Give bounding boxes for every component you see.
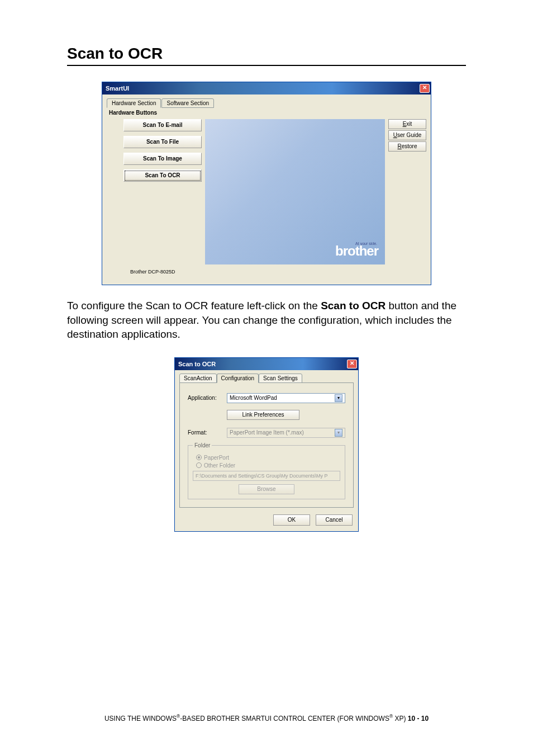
user-guide-button[interactable]: User Guide [388,130,426,140]
radio-icon [196,455,202,460]
tab-hardware-section[interactable]: Hardware Section [107,98,161,108]
tab-scan-action[interactable]: ScanAction [179,374,217,383]
cancel-button[interactable]: Cancel [316,514,353,526]
close-icon[interactable]: ✕ [420,84,430,93]
format-select: PaperPort Image Item (*.max) ▾ [227,428,345,438]
brother-logo: brother [335,243,378,259]
body-paragraph: To configure the Scan to OCR feature lef… [67,299,466,342]
smartui-title: SmartUI [106,85,129,92]
smartui-window: SmartUI ✕ Hardware Section Software Sect… [102,82,431,285]
tab-software-section[interactable]: Software Section [161,98,214,108]
close-icon[interactable]: ✕ [347,360,357,368]
scan-to-file-button[interactable]: Scan To File [123,136,202,148]
tab-configuration[interactable]: Configuration [217,374,259,383]
brand-graphic: At your side. brother [205,119,385,264]
chevron-down-icon[interactable]: ▾ [335,394,342,402]
tab-scan-settings[interactable]: Scan Settings [259,374,302,383]
ok-button[interactable]: OK [273,514,310,526]
smartui-tabstrip: Hardware Section Software Section [107,98,426,107]
browse-button: Browse [239,484,294,494]
page-heading: Scan to OCR [67,45,466,66]
smartui-titlebar: SmartUI ✕ [102,82,431,94]
scan-to-email-button[interactable]: Scan To E-mail [123,119,202,131]
page-footer: USING THE WINDOWS®-BASED BROTHER SMARTUI… [0,714,533,722]
chevron-down-icon: ▾ [335,429,342,437]
folder-path-input: F:\Documents and Settings\CS Group\My Do… [193,471,340,481]
folder-fieldset: Folder PaperPort Other Folder F:\Documen… [188,442,345,499]
restore-button[interactable]: Restore [388,141,426,152]
folder-legend: Folder [193,442,212,448]
scan-to-ocr-dialog: Scan to OCR ✕ ScanAction Configuration S… [174,357,359,532]
ocr-title: Scan to OCR [178,361,216,367]
radio-icon [196,462,202,468]
ocr-tabstrip: ScanAction Configuration Scan Settings [179,374,354,383]
ocr-titlebar: Scan to OCR ✕ [175,358,358,370]
scan-to-ocr-button[interactable]: Scan To OCR [123,169,202,182]
model-label: Brother DCP-8025D [107,264,426,280]
format-label: Format: [188,429,222,436]
radio-paperport: PaperPort [196,455,340,461]
radio-other-folder: Other Folder [196,462,340,469]
link-preferences-button[interactable]: Link Preferences [227,410,299,420]
application-label: Application: [188,395,222,401]
exit-button[interactable]: Exit [388,119,426,129]
scan-to-image-button[interactable]: Scan To Image [123,153,202,165]
hardware-buttons-label: Hardware Buttons [109,110,426,116]
application-select[interactable]: Microsoft WordPad ▾ [227,393,345,403]
